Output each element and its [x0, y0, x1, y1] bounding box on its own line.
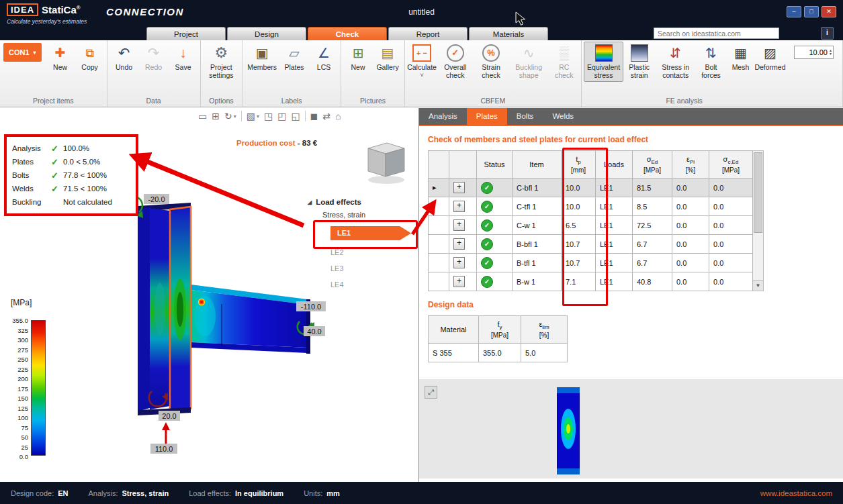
expand-row-button[interactable]: +: [453, 182, 465, 193]
ribbon-plates-button[interactable]: ▱Plates: [279, 42, 309, 74]
ribbon-mesh-button[interactable]: ▦Mesh: [725, 42, 755, 74]
ribbon-equivalent-stress-button[interactable]: Equivalent stress: [584, 42, 624, 82]
ribbon-undo-button[interactable]: ↶Undo: [109, 42, 139, 74]
copy-icon: ⧉: [85, 44, 94, 62]
tab-project[interactable]: Project: [146, 27, 226, 40]
ribbon-stress-in-contacts-button[interactable]: ⇵Stress in contacts: [655, 42, 697, 82]
result-row-plates: Plates✓0.0 < 5.0%: [12, 155, 130, 168]
website-link[interactable]: www.ideastatica.com: [760, 489, 832, 497]
section-icon[interactable]: ▧▾: [247, 111, 259, 121]
ribbon-group-label: CBFEM: [407, 95, 579, 107]
scale-unit-label: [MPa]: [11, 298, 46, 307]
load-effect-le2[interactable]: LE2: [330, 248, 415, 256]
spinner-arrows-icon[interactable]: ▴▾: [830, 49, 832, 56]
view-iso-icon[interactable]: ◳: [264, 111, 273, 121]
ribbon-group-label: Pictures: [343, 95, 402, 107]
render-solid-icon[interactable]: ◼: [310, 111, 318, 121]
table-row[interactable]: +✓B-w 17.1LE140.80.00.0: [429, 272, 753, 291]
load-effect-le4[interactable]: LE4: [330, 281, 415, 289]
ribbon-copy-button[interactable]: ⧉Copy: [75, 42, 105, 74]
status-ok-icon: ✓: [481, 182, 493, 194]
home-icon[interactable]: ⌂: [335, 111, 341, 121]
ribbon-new-button[interactable]: ✚New: [46, 42, 75, 74]
stress-scale-spinner[interactable]: 10.00▴▾: [794, 46, 834, 59]
check-ok-icon: ✓: [51, 144, 63, 154]
table-row[interactable]: +✓B-bfl 110.7LE16.70.00.0: [429, 235, 753, 254]
ribbon-bolt-forces-button[interactable]: ⇅Bolt forces: [696, 42, 725, 82]
tree-item-stress-strain[interactable]: Stress, strain: [322, 211, 415, 219]
search-input[interactable]: [654, 28, 779, 39]
close-button[interactable]: ✕: [822, 6, 836, 17]
info-button[interactable]: i: [821, 27, 834, 40]
results-tab-bolts[interactable]: Bolts: [507, 108, 543, 125]
rc-check-icon: ▒: [560, 44, 569, 62]
ribbon-gallery-button[interactable]: ▤Gallery: [373, 42, 402, 74]
members-icon: ▣: [256, 44, 269, 62]
ribbon-project-settings-button[interactable]: ⚙Project settings: [203, 42, 240, 82]
expand-row-button[interactable]: +: [453, 257, 465, 268]
load-label-bottom-force: 110.0: [155, 445, 173, 453]
main-tab-bar: ProjectDesignCheckReportMaterials: [146, 27, 548, 40]
tab-check[interactable]: Check: [308, 27, 387, 40]
check-results-annotation: Analysis✓100.0%Plates✓0.0 < 5.0%Bolts✓77…: [4, 134, 138, 216]
table-row[interactable]: +✓C-tfl 110.0LE18.50.00.0: [429, 197, 753, 216]
chevron-down-icon: ▾: [34, 50, 36, 56]
ribbon-strain-check-button[interactable]: %Strain check: [474, 42, 508, 82]
fit-icon[interactable]: ⊞: [212, 111, 220, 121]
ribbon-calculate-button[interactable]: + −Calculate˅: [407, 42, 437, 81]
tab-materials[interactable]: Materials: [469, 27, 548, 40]
ribbon-group-label: Data: [109, 95, 198, 107]
collapse-triangle-icon[interactable]: ◢: [308, 199, 312, 205]
check-heading: Check of members and steel plates for cu…: [428, 135, 843, 144]
scale-tick: 100: [7, 414, 28, 421]
column-header: Loads: [596, 151, 633, 179]
navigation-cube[interactable]: [368, 143, 404, 184]
ribbon-save-button[interactable]: ↓Save: [169, 42, 198, 74]
ribbon-deformed-button[interactable]: ▨Deformed: [755, 42, 785, 74]
table-row[interactable]: ▸+✓C-bfl 110.0LE181.50.00.0: [429, 179, 753, 197]
ribbon-members-button[interactable]: ▣Members: [245, 42, 279, 74]
expand-preview-icon[interactable]: ⤢: [425, 386, 437, 399]
minimize-button[interactable]: –: [787, 6, 801, 17]
check-ok-icon: ✓: [51, 157, 63, 167]
ribbon-overall-check-button[interactable]: ✓Overall check: [437, 42, 474, 82]
view-front-icon[interactable]: ◰: [277, 111, 286, 121]
connection-selector-button[interactable]: CON1▾: [3, 43, 42, 62]
color-gradient-bar: [31, 320, 46, 456]
column-header: Material: [429, 316, 479, 344]
measure-icon[interactable]: ▭: [198, 111, 207, 121]
load-effect-le3[interactable]: LE3: [330, 264, 415, 272]
view-top-icon[interactable]: ◱: [291, 111, 300, 121]
scale-tick: 175: [7, 385, 28, 393]
ribbon-plastic-strain-button[interactable]: Plastic strain: [623, 42, 654, 82]
expand-row-button[interactable]: +: [453, 219, 465, 231]
title-bar: IDEA StatiCa® Calculate yesterday's esti…: [0, 0, 843, 40]
results-tab-plates[interactable]: Plates: [467, 108, 507, 125]
app-window: IDEA StatiCa® Calculate yesterday's esti…: [0, 0, 843, 504]
expand-row-button[interactable]: +: [453, 276, 465, 287]
ribbon-lcs-button[interactable]: ∠LCS: [309, 42, 339, 74]
mirror-icon[interactable]: ⇄: [322, 111, 330, 121]
maximize-button[interactable]: □: [804, 6, 819, 17]
table-scrollbar[interactable]: ▼: [753, 150, 764, 291]
results-tab-analysis[interactable]: Analysis: [419, 108, 467, 125]
table-row[interactable]: S 355355.05.0: [429, 344, 568, 362]
design-data-table: Materialfy[MPa]εlim[%]S 355355.05.0: [428, 315, 843, 362]
result-row-bolts: Bolts✓77.8 < 100%: [12, 168, 130, 182]
results-tab-welds[interactable]: Welds: [543, 108, 583, 125]
result-row-welds: Welds✓71.5 < 100%: [12, 182, 130, 195]
expand-row-button[interactable]: +: [453, 238, 465, 250]
table-row[interactable]: +✓C-w 16.5LE172.50.00.0: [429, 216, 753, 235]
3d-viewport[interactable]: -20.0 -110.0 40.0 20.0 110.0 ▭⊞↻▾▧▾◳◰◱◼⇄…: [0, 108, 418, 482]
tab-report[interactable]: Report: [388, 27, 468, 40]
table-row[interactable]: +✓B-tfl 110.7LE16.70.00.0: [429, 254, 753, 272]
toolbar-separator: [241, 111, 242, 121]
rotate-icon[interactable]: ↻▾: [224, 111, 236, 121]
save-icon: ↓: [179, 44, 187, 62]
expand-row-button[interactable]: +: [453, 201, 465, 212]
tab-design[interactable]: Design: [227, 27, 306, 40]
ribbon-new-button[interactable]: ⊞New: [343, 42, 373, 74]
scroll-down-icon[interactable]: ▼: [753, 280, 763, 291]
plate-stress-thumbnail[interactable]: [557, 387, 580, 474]
scrollbar-thumb[interactable]: [754, 152, 762, 233]
